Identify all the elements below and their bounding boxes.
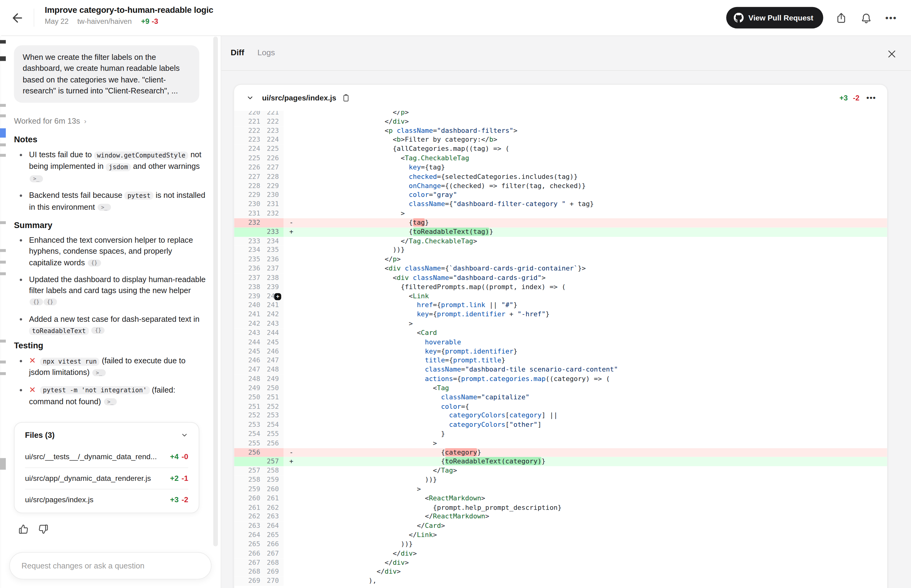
code-reference-pill[interactable]: {} [88, 259, 101, 266]
code-line: checked={selectedCategories.includes(tag… [296, 172, 887, 181]
code-line: key={prompt.identifier + "-href"} [296, 310, 887, 319]
code-reference-pill[interactable]: {} [91, 327, 105, 334]
diff-marker: + [283, 457, 296, 467]
line-number-gutter: 257 [234, 457, 283, 467]
diff-marker [283, 117, 296, 126]
files-list: ui/src/__tests__/_dynamic_data_rend...+4… [25, 446, 188, 510]
notes-item: UI tests fail due to window.getComputedS… [14, 149, 206, 185]
line-number-gutter: 262263 [234, 512, 283, 522]
terminal-output-pill[interactable]: >_ [98, 204, 111, 211]
code-diff-viewport: 220221 </p>221222 </div>222223 <p classN… [234, 111, 887, 588]
view-pull-request-button[interactable]: View Pull Request [727, 7, 823, 28]
diff-marker [283, 402, 296, 411]
terminal-output-pill[interactable]: >_ [104, 398, 117, 405]
code-reference-pill[interactable]: {} [30, 299, 43, 305]
line-number-gutter: 234235 [234, 246, 283, 255]
line-number-gutter: 247248 [234, 365, 283, 375]
app-window: Improve category-to-human-readable logic… [0, 0, 911, 588]
diff-marker: + [283, 228, 296, 237]
conversation-sidebar: When we create the filter labels on the … [0, 36, 222, 588]
diff-line-244: 243244 <Card [234, 328, 887, 338]
diff-line-270: 269270 ), [234, 577, 887, 586]
composer [9, 552, 211, 580]
file-row[interactable]: ui/src/pages/index.js+3-2 [25, 489, 188, 510]
line-number-gutter: 250251 [234, 393, 283, 402]
thumbs-up-icon[interactable] [18, 523, 29, 535]
files-panel-header[interactable]: Files (3) [25, 423, 188, 446]
code-reference-pill[interactable]: {} [44, 299, 57, 305]
bell-icon[interactable] [859, 11, 874, 25]
worked-duration-label: Worked for 6m 13s [14, 116, 80, 126]
diff-line-255: 254255 } [234, 430, 887, 439]
line-number-gutter: 256 [234, 448, 283, 457]
file-row-name: ui/src/app/_dynamic_data_renderer.js [25, 474, 151, 483]
file-row[interactable]: ui/src/app/_dynamic_data_renderer.js+2-1 [25, 467, 188, 489]
file-row-name: ui/src/pages/index.js [25, 495, 94, 504]
diff-marker [283, 512, 296, 522]
more-options-icon[interactable]: ••• [884, 11, 898, 25]
code-line: </div> [296, 558, 887, 567]
share-icon[interactable] [834, 11, 848, 25]
diff-marker [283, 182, 296, 191]
line-number-gutter: 238239 [234, 283, 283, 292]
diff-marker [283, 467, 296, 476]
terminal-output-pill[interactable]: >_ [30, 175, 43, 182]
code-line: </p> [296, 255, 887, 264]
composer-input[interactable] [10, 552, 211, 579]
code-line: ))} [296, 476, 887, 485]
diff-line-225: 224225 {allCategories.map((tag) => ( [234, 145, 887, 154]
diff-line-268: 267268 </div> [234, 558, 887, 567]
diff-marker [283, 255, 296, 264]
testing-list: ✕npx vitest run (failed to execute due t… [14, 355, 206, 413]
diff-line-232: 232- {tag} [234, 218, 887, 228]
diff-line-248: 247248 className="dashboard-tile scenari… [234, 365, 887, 375]
summary-section-title: Summary [14, 221, 53, 230]
code-line: key={prompt.identifier} [296, 347, 887, 356]
code-line: className="capitalize" [296, 393, 887, 402]
file-additions: +3 [840, 94, 848, 102]
additions-count: +9 [141, 18, 149, 26]
code-line: ), [296, 577, 887, 586]
file-more-options-icon[interactable]: ••• [866, 94, 876, 102]
view-pull-request-label: View Pull Request [749, 13, 814, 22]
diff-line-228: 227228 checked={selectedCategories.inclu… [234, 172, 887, 181]
diff-marker [283, 154, 296, 163]
summary-item: Added a new test case for dash-separated… [14, 313, 206, 337]
diff-marker [283, 439, 296, 448]
close-icon[interactable] [887, 49, 897, 59]
worked-duration-row[interactable]: Worked for 6m 13s › [14, 116, 86, 126]
line-number-gutter: 240241 [234, 301, 283, 310]
line-number-gutter: 237238 [234, 273, 283, 283]
copy-path-icon[interactable] [341, 94, 350, 102]
diff-marker [283, 273, 296, 283]
diff-line-265: 264265 </Link> [234, 531, 887, 540]
code-line: </div> [296, 117, 887, 126]
tab-diff[interactable]: Diff [231, 48, 244, 57]
task-header: Improve category-to-human-readable logic… [45, 5, 213, 26]
terminal-output-pill[interactable]: >_ [92, 369, 105, 376]
line-number-gutter: 255256 [234, 439, 283, 448]
back-icon[interactable] [10, 11, 24, 25]
tab-logs[interactable]: Logs [257, 48, 275, 57]
line-number-gutter: 242243 [234, 319, 283, 328]
diff-marker [283, 328, 296, 338]
diff-marker [283, 375, 296, 384]
line-number-gutter: 245246 [234, 347, 283, 356]
add-comment-button[interactable]: + [274, 293, 282, 300]
diff-marker [283, 485, 296, 494]
file-row[interactable]: ui/src/__tests__/_dynamic_data_rend...+4… [25, 446, 188, 467]
line-number-gutter: 232 [234, 218, 283, 228]
collapse-chevron-icon[interactable] [246, 94, 254, 102]
diff-line-240: 239240 <Link+ [234, 292, 887, 301]
thumbs-down-icon[interactable] [38, 523, 49, 535]
diff-line-250: 249250 <Tag [234, 384, 887, 393]
code-line: {toReadableText(tag)} [296, 228, 887, 237]
diff-line-241: 240241 href={prompt.link || "#"} [234, 301, 887, 310]
sidebar-scrollbar[interactable] [213, 37, 218, 546]
line-number-gutter: 224225 [234, 145, 283, 154]
code-line: {filteredPrompts.map((prompt, index) => … [296, 283, 887, 292]
line-number-gutter: 243244 [234, 328, 283, 338]
inline-code-chip: pytest [125, 192, 154, 200]
diff-line-256: 255256 > [234, 439, 887, 448]
notes-item: Backend tests fail because pytest is not… [14, 190, 206, 214]
